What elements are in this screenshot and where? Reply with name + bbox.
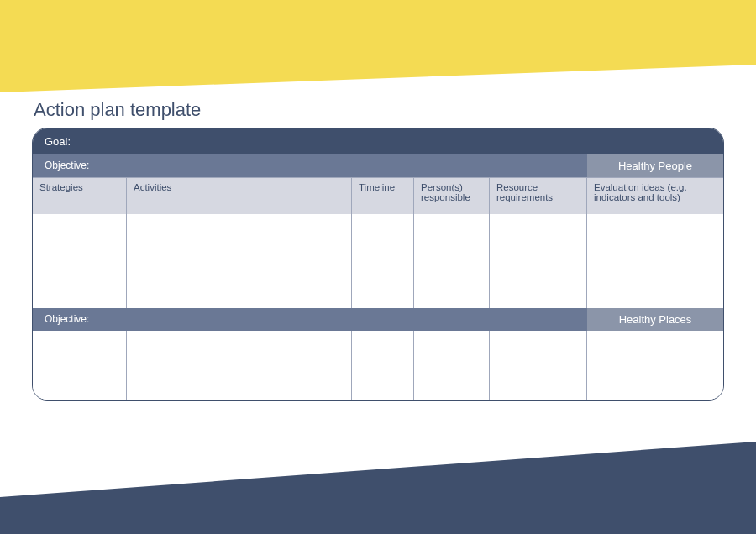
cell-persons[interactable] (414, 214, 490, 308)
col-strategies: Strategies (33, 178, 127, 214)
objective-label: Objective: (33, 308, 587, 331)
action-plan-card: Goal: Objective: Healthy People Strategi… (32, 128, 724, 400)
col-activities: Activities (127, 178, 352, 214)
column-header-row: Strategies Activities Timeline Person(s)… (33, 177, 723, 214)
col-resource: Resource requirements (490, 178, 587, 214)
goal-row: Goal: (33, 128, 723, 154)
cell-resource[interactable] (490, 331, 587, 400)
objective-row: Objective: Healthy People (33, 154, 723, 177)
cell-strategies[interactable] (33, 214, 127, 308)
col-persons: Person(s) responsible (414, 178, 490, 214)
objective-row: Objective: Healthy Places (33, 308, 723, 331)
cell-persons[interactable] (414, 331, 490, 400)
table-row (33, 331, 723, 400)
cell-activities[interactable] (127, 214, 352, 308)
col-timeline: Timeline (352, 178, 414, 214)
objective-label: Objective: (33, 154, 587, 177)
cell-activities[interactable] (127, 331, 352, 400)
cell-evaluation[interactable] (587, 331, 723, 400)
top-banner (0, 0, 756, 92)
page-title: Action plan template (34, 99, 201, 121)
bottom-banner (0, 442, 756, 534)
cell-strategies[interactable] (33, 331, 127, 400)
objective-tag: Healthy People (587, 154, 723, 177)
table-row (33, 214, 723, 308)
objective-tag: Healthy Places (587, 308, 723, 331)
cell-evaluation[interactable] (587, 214, 723, 308)
cell-resource[interactable] (490, 214, 587, 308)
col-evaluation: Evaluation ideas (e.g. indicators and to… (587, 178, 723, 214)
cell-timeline[interactable] (352, 214, 414, 308)
cell-timeline[interactable] (352, 331, 414, 400)
